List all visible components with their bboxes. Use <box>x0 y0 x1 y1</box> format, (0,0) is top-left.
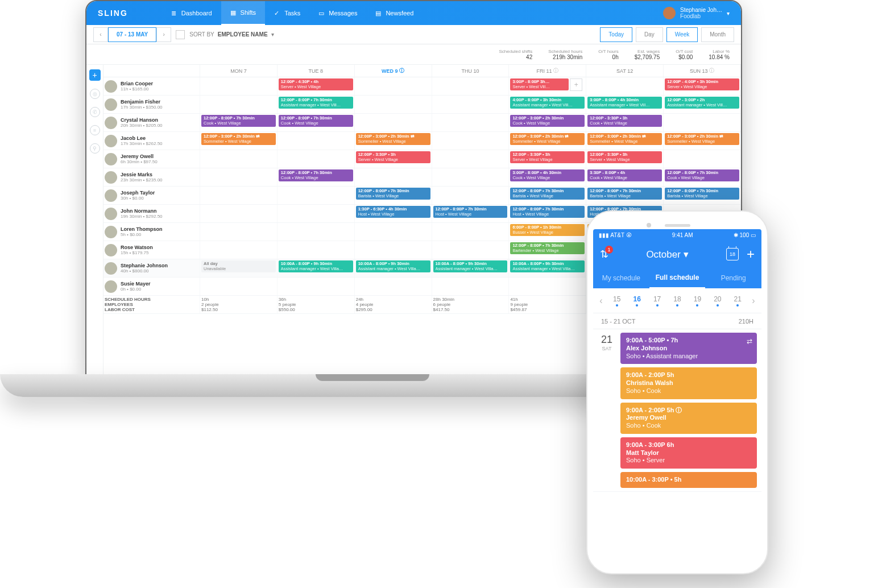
day-cell[interactable] <box>432 132 510 150</box>
day-cell[interactable]: 12:00P - 3:00P • 2h 30min ⇄Sommelier • W… <box>664 132 741 150</box>
nav-dashboard[interactable]: ≣Dashboard <box>162 1 221 25</box>
user-menu[interactable]: Stephanie Joh… Foodlab ▾ <box>663 7 730 19</box>
employee-cell[interactable]: Benjamin Fisher 17h 30min • $350.00 <box>103 96 200 113</box>
shift-block[interactable]: 12:00P - 3:00P • 2h 30minCook • West Vil… <box>510 115 585 127</box>
day-cell[interactable] <box>432 77 510 95</box>
day-cell[interactable] <box>200 96 278 113</box>
month-view-button[interactable]: Month <box>701 27 734 42</box>
employee-cell[interactable]: Jessie Marks 23h 30min • $235.00 <box>103 168 200 186</box>
day-cell[interactable] <box>278 150 355 168</box>
day-cell[interactable]: 3:00P - 8:00P • 4h 30minAssistant manage… <box>586 96 664 113</box>
day-15[interactable]: 15 <box>607 295 627 307</box>
day-cell[interactable] <box>200 205 278 222</box>
day-cell[interactable]: 12:00P - 8:00P • 7h 30minCook • West Vil… <box>664 168 741 186</box>
day-cell[interactable]: 12:00P - 8:00P • 7h 30minAssistant manag… <box>278 96 355 113</box>
employee-cell[interactable]: Brian Cooper 11h • $165.00 <box>103 77 200 95</box>
day-cell[interactable]: 12:00P - 3:00P • 2hAssistant manager • W… <box>664 96 741 113</box>
day-cell[interactable]: 10:00A - 8:00P • 9h 30minAssistant manag… <box>355 259 432 277</box>
day-cell[interactable] <box>200 278 278 295</box>
shift-block[interactable]: 12:00P - 8:00P • 7h 30minBarista • West … <box>510 188 585 200</box>
day-cell[interactable] <box>278 278 355 295</box>
day-cell[interactable]: 12:00P - 8:00P • 7h 30minHost • West Vil… <box>509 205 586 222</box>
shift-block[interactable]: 12:00P - 8:00P • 7h 30minCook • West Vil… <box>279 169 353 181</box>
day-cell[interactable]: 12:00P - 3:30P • 3hCook • West Village <box>586 114 664 131</box>
day-cell[interactable] <box>432 114 510 131</box>
phone-shift-card[interactable]: 9:00A - 5:00P • 7hAlex JohnsonSoho • Ass… <box>620 333 757 364</box>
phone-icon[interactable]: ✆ <box>90 107 100 117</box>
nav-tasks[interactable]: ✓Tasks <box>265 1 309 25</box>
day-cell[interactable] <box>432 223 510 241</box>
phone-shift-card[interactable]: 9:00A - 3:00P 6hMatt TaylorSoho • Server <box>620 437 757 469</box>
day-cell[interactable]: 12:00P - 8:00P • 7h 30minBarista • West … <box>509 187 586 204</box>
day-cell[interactable]: 12:00P - 4:30P • 4hServer • West Village <box>278 77 355 95</box>
day-cell[interactable]: 12:00P - 3:00P • 2h 30minCook • West Vil… <box>509 114 586 131</box>
shift-block[interactable]: 12:00P - 3:00P • 2h 30min ⇄Sommelier • W… <box>510 133 585 145</box>
shift-block[interactable]: 3:00P - 8:00P • 4h 30minCook • West Vill… <box>510 169 585 181</box>
day-cell[interactable]: 1:30P - 6:30P • 4h 30minHost • West Vill… <box>355 205 432 222</box>
day-cell[interactable]: 12:00P - 8:00P • 7h 30minCook • West Vil… <box>278 168 355 186</box>
shift-block[interactable]: 12:00P - 3:00P • 2h 30min ⇄Sommelier • W… <box>201 133 276 145</box>
tab-pending[interactable]: Pending <box>705 268 761 288</box>
day-17[interactable]: 17 <box>647 295 667 307</box>
day-cell[interactable] <box>200 168 278 186</box>
shift-block[interactable]: 10:00A - 8:00P • 9h 30minAssistant manag… <box>433 260 508 272</box>
employee-cell[interactable]: Rose Watson 15h • $179.75 <box>103 241 200 259</box>
phone-shift-card[interactable]: 9:00A - 2:00P 5h ⓘJeremy OwellSoho • Coo… <box>620 403 757 434</box>
next-week-button[interactable]: › <box>156 27 171 42</box>
day-cell[interactable]: 12:00P - 8:00P • 7h 30minBarista • West … <box>586 187 664 204</box>
today-button[interactable]: Today <box>600 27 632 42</box>
shift-block[interactable]: 12:00P - 3:00P • 2hAssistant manager • W… <box>665 97 739 109</box>
day-cell[interactable] <box>586 77 664 95</box>
shift-block[interactable]: 12:00P - 8:00P • 7h 30minCook • West Vil… <box>279 115 353 127</box>
day-cell[interactable] <box>355 168 432 186</box>
shift-block[interactable]: 12:00P - 4:30P • 4hServer • West Village <box>279 78 353 90</box>
shift-block[interactable]: 10:00A - 8:00P • 9h 30minAssistant manag… <box>510 260 585 272</box>
day-cell[interactable] <box>432 96 510 113</box>
day-cell[interactable]: 12:00P - 8:00P • 7h 30minCook • West Vil… <box>278 114 355 131</box>
list-icon[interactable]: ≡ <box>90 125 100 135</box>
shift-block[interactable]: 12:00P - 8:00P • 7h 30minBarista • West … <box>665 188 739 200</box>
day-cell[interactable]: 12:00P - 8:00P • 7h 30minBartender • Wes… <box>509 241 586 259</box>
day-cell[interactable]: 12:00P - 8:00P • 7h 30minHost • West Vil… <box>432 205 510 222</box>
shift-block[interactable]: 3:00P - 8:00P 3h…Server • West Vill… <box>510 78 569 90</box>
day-cell[interactable] <box>200 241 278 259</box>
day-cell[interactable] <box>278 205 355 222</box>
day-cell[interactable]: 6:00P - 8:00P • 1h 30minBusser • West Vi… <box>509 223 586 241</box>
phone-shift-card[interactable]: 9:00A - 2:00P 5hChristina WalshSoho • Co… <box>620 367 757 399</box>
day-cell[interactable]: 10:00A - 8:00P • 9h 30minAssistant manag… <box>432 259 510 277</box>
nav-newsfeed[interactable]: ▤Newsfeed <box>366 1 423 25</box>
employee-cell[interactable]: Joseph Taylor 30h • $0.00 <box>103 187 200 204</box>
day-cell[interactable]: 12:00P - 3:00P • 2h 30min ⇄Sommelier • W… <box>200 132 278 150</box>
day-cell[interactable] <box>432 150 510 168</box>
select-all-checkbox[interactable] <box>176 30 185 39</box>
sort-selector[interactable]: SORT BY EMPLOYEE NAME ▾ <box>189 31 274 38</box>
day-cell[interactable] <box>355 223 432 241</box>
phone-month-title[interactable]: October ▾ <box>646 249 688 260</box>
shift-block[interactable]: 3:30P - 8:00P • 4hCook • West Village <box>587 169 662 181</box>
day-cell[interactable] <box>278 187 355 204</box>
prev-week-button[interactable]: ‹ <box>93 27 108 42</box>
day-cell[interactable] <box>278 223 355 241</box>
shift-block[interactable]: 12:00P - 8:00P • 7h 30minBarista • West … <box>356 188 430 200</box>
employee-cell[interactable]: Jeremy Owell 6h 30min • $97.50 <box>103 150 200 168</box>
shift-block[interactable]: All dayUnavailable <box>201 260 276 272</box>
day-cell[interactable]: 3:00P - 8:00P 3h…Server • West Vill…+ <box>509 77 586 95</box>
employee-cell[interactable]: Crystal Hanson 20h 30min • $205.00 <box>103 114 200 131</box>
tab-my-schedule[interactable]: My schedule <box>593 268 649 288</box>
shift-block[interactable]: 12:00P - 8:00P • 7h 30minCook • West Vil… <box>201 115 276 127</box>
shift-block[interactable]: 12:00P - 3:30P • 3hServer • West Village <box>587 151 662 163</box>
shift-block[interactable]: 12:00P - 8:00P • 7h 30minCook • West Vil… <box>665 169 739 181</box>
employee-cell[interactable]: John Normann 19h 30min • $292.50 <box>103 205 200 222</box>
day-21[interactable]: 21 <box>728 295 748 307</box>
day-20[interactable]: 20 <box>707 295 727 307</box>
day-cell[interactable]: 10:00A - 8:00P • 9h 30minAssistant manag… <box>278 259 355 277</box>
day-cell[interactable]: 12:00P - 3:30P • 3hServer • West Village <box>586 150 664 168</box>
day-cell[interactable] <box>278 241 355 259</box>
week-view-button[interactable]: Week <box>666 27 698 42</box>
shift-block[interactable]: 12:00P - 3:00P • 2h 30min ⇄Sommelier • W… <box>356 133 430 145</box>
day-cell[interactable] <box>355 96 432 113</box>
shift-block[interactable]: 12:00P - 3:30P • 3hServer • West Village <box>356 151 430 163</box>
day-cell[interactable]: 12:00P - 3:00P • 2h 30min ⇄Sommelier • W… <box>355 132 432 150</box>
employee-cell[interactable]: Loren Thompson 5h • $0.00 <box>103 223 200 241</box>
day-cell[interactable] <box>278 132 355 150</box>
